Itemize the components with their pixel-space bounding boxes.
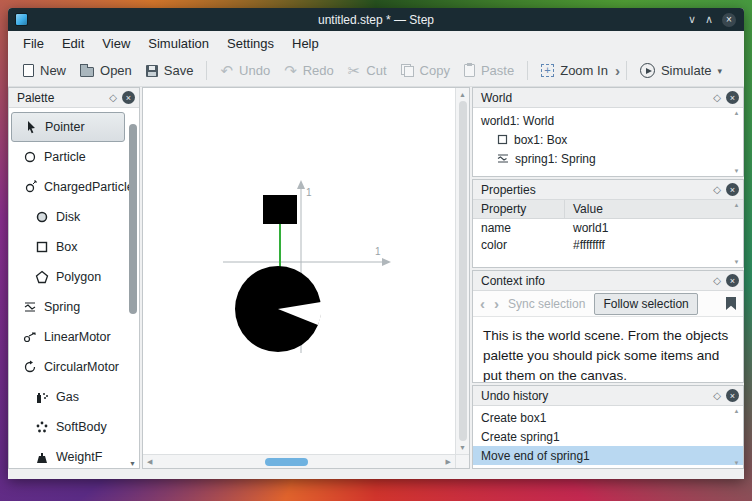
- cut-label: Cut: [366, 63, 386, 78]
- undo-item-create-box1[interactable]: Create box1: [473, 408, 743, 427]
- new-document-icon: [23, 64, 34, 77]
- close-icon[interactable]: ×: [122, 91, 135, 104]
- y-axis-label: 1: [306, 187, 312, 198]
- new-button[interactable]: New: [16, 59, 73, 82]
- box1-shape[interactable]: [263, 195, 297, 224]
- vertical-scrollbar-thumb[interactable]: [459, 101, 467, 441]
- scroll-up-icon[interactable]: ▲: [459, 91, 466, 98]
- scroll-right-icon[interactable]: ▶: [446, 458, 451, 466]
- palette-item-gas[interactable]: Gas: [11, 382, 125, 412]
- gas-icon: [35, 390, 49, 404]
- float-icon[interactable]: ◇: [713, 92, 721, 103]
- menu-settings[interactable]: Settings: [218, 33, 283, 54]
- sync-selection-button[interactable]: Sync selection: [508, 297, 585, 311]
- undo-item-create-spring1[interactable]: Create spring1: [473, 427, 743, 446]
- app-icon: [15, 13, 28, 26]
- palette-item-pointer[interactable]: Pointer: [11, 112, 125, 142]
- world-panel: World ◇ × world1: World box1: Box spring…: [472, 87, 744, 177]
- follow-selection-button[interactable]: Follow selection: [594, 293, 697, 315]
- polygon-icon: [35, 270, 49, 284]
- palette-scroll-down-icon[interactable]: ▼: [127, 460, 138, 467]
- canvas-horizontal-scrollbar[interactable]: ◀ ▶: [143, 454, 455, 468]
- palette-item-circularmotor[interactable]: CircularMotor: [11, 352, 125, 382]
- simulate-button[interactable]: Simulate ▾: [633, 59, 729, 82]
- palette-header: Palette ◇ ×: [9, 88, 139, 108]
- close-button[interactable]: ×: [722, 13, 736, 27]
- float-icon[interactable]: ◇: [109, 92, 117, 103]
- circular-motor-icon: [23, 360, 37, 374]
- bookmark-icon[interactable]: [726, 297, 736, 310]
- copy-label: Copy: [420, 63, 450, 78]
- palette-item-weight[interactable]: WeightF: [11, 442, 125, 468]
- open-button[interactable]: Open: [73, 59, 139, 82]
- column-property[interactable]: Property: [473, 200, 565, 218]
- minimize-button[interactable]: ∨: [688, 14, 696, 25]
- float-icon[interactable]: ◇: [713, 184, 721, 195]
- undo-icon: ↶: [220, 63, 233, 78]
- float-icon[interactable]: ◇: [713, 390, 721, 401]
- float-icon[interactable]: ◇: [713, 275, 721, 286]
- properties-title: Properties: [481, 183, 713, 197]
- paste-button[interactable]: Paste: [457, 59, 521, 82]
- save-button[interactable]: Save: [139, 59, 201, 82]
- scroll-down-icon[interactable]: ▼: [459, 444, 466, 451]
- toolbar-separator: [206, 61, 207, 80]
- palette-scrollbar[interactable]: [129, 116, 137, 452]
- menu-help[interactable]: Help: [283, 33, 328, 54]
- close-icon[interactable]: ×: [726, 91, 739, 104]
- undo-item-move-end-of-spring1[interactable]: Move end of spring1: [473, 446, 743, 465]
- tree-item-box1[interactable]: box1: Box: [473, 130, 743, 149]
- palette-scrollbar-thumb[interactable]: [129, 124, 137, 314]
- close-icon[interactable]: ×: [726, 274, 739, 287]
- zoom-in-button[interactable]: Zoom In: [534, 59, 615, 82]
- undo-header: Undo history ◇ ×: [473, 386, 743, 406]
- copy-button[interactable]: Copy: [394, 59, 457, 82]
- toolbar-separator: [527, 61, 528, 80]
- toolbar-overflow-chevron[interactable]: ›: [615, 63, 620, 78]
- scene-canvas[interactable]: 1 1 ▲ ▼: [142, 87, 470, 469]
- scene-drawing[interactable]: 1 1: [143, 88, 457, 456]
- palette-item-particle[interactable]: Particle: [11, 142, 125, 172]
- cut-button[interactable]: ✂ Cut: [341, 59, 394, 82]
- properties-panel: Properties ◇ × Property Value name world…: [472, 179, 744, 268]
- tree-item-world1[interactable]: world1: World: [473, 111, 743, 130]
- palette-item-polygon[interactable]: Polygon: [11, 262, 125, 292]
- context-info-panel: Context info ◇ × ‹ › Sync selection Foll…: [472, 270, 744, 383]
- world-title: World: [481, 91, 713, 105]
- save-label: Save: [164, 63, 194, 78]
- palette-item-box[interactable]: Box: [11, 232, 125, 262]
- horizontal-scrollbar-thumb[interactable]: [265, 458, 308, 466]
- menu-view[interactable]: View: [93, 33, 139, 54]
- simulate-dropdown-icon[interactable]: ▾: [717, 66, 722, 76]
- open-folder-icon: [80, 67, 94, 77]
- nav-back-button[interactable]: ‹: [480, 296, 485, 311]
- tree-item-spring1[interactable]: spring1: Spring: [473, 149, 743, 168]
- redo-button[interactable]: ↷ Redo: [277, 59, 341, 82]
- menu-edit[interactable]: Edit: [53, 33, 93, 54]
- disk-shape[interactable]: [235, 266, 321, 352]
- weight-icon: [35, 450, 49, 464]
- property-row-name[interactable]: name world1: [473, 219, 743, 236]
- canvas-vertical-scrollbar[interactable]: ▲ ▼: [455, 88, 469, 454]
- titlebar[interactable]: untitled.step * — Step ∨ ∧ ×: [8, 8, 744, 31]
- palette-item-spring[interactable]: Spring: [11, 292, 125, 322]
- menu-simulation[interactable]: Simulation: [139, 33, 218, 54]
- zoom-in-icon: [541, 64, 554, 77]
- undo-button[interactable]: ↶ Undo: [213, 59, 277, 82]
- maximize-button[interactable]: ∧: [705, 14, 713, 25]
- nav-forward-button[interactable]: ›: [494, 296, 499, 311]
- palette-item-softbody[interactable]: SoftBody: [11, 412, 125, 442]
- world-header: World ◇ ×: [473, 88, 743, 108]
- menu-file[interactable]: File: [14, 33, 53, 54]
- context-title: Context info: [481, 274, 713, 288]
- properties-header: Properties ◇ ×: [473, 180, 743, 200]
- close-icon[interactable]: ×: [726, 389, 739, 402]
- column-value[interactable]: Value: [565, 200, 743, 218]
- close-icon[interactable]: ×: [726, 183, 739, 196]
- context-text: This is the world scene. From the object…: [473, 317, 743, 382]
- palette-item-chargedparticle[interactable]: ChargedParticle: [11, 172, 125, 202]
- palette-item-disk[interactable]: Disk: [11, 202, 125, 232]
- palette-item-linearmotor[interactable]: LinearMotor: [11, 322, 125, 352]
- scroll-left-icon[interactable]: ◀: [147, 458, 152, 466]
- property-row-color[interactable]: color #ffffffff: [473, 236, 743, 253]
